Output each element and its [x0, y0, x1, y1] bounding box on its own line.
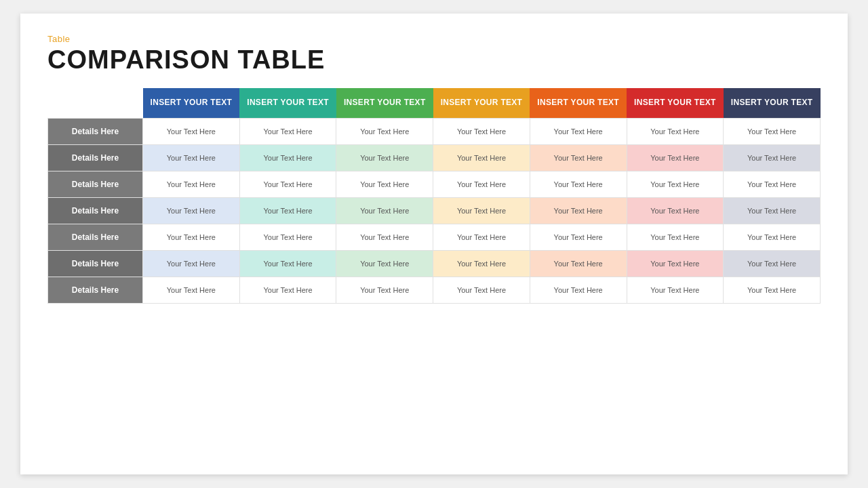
- table-cell: Your Text Here: [239, 118, 336, 144]
- table-header-red: INSERT YOUR TEXT: [627, 88, 724, 118]
- table-cell: Your Text Here: [724, 171, 821, 197]
- table-cell: Your Text Here: [433, 224, 530, 250]
- table-header-blue: INSERT YOUR TEXT: [143, 88, 240, 118]
- comparison-table-wrapper: INSERT YOUR TEXTINSERT YOUR TEXTINSERT Y…: [47, 88, 821, 304]
- row-label: Details Here: [48, 144, 143, 171]
- table-cell: Your Text Here: [530, 144, 627, 171]
- table-cell: Your Text Here: [433, 144, 530, 171]
- table-cell: Your Text Here: [433, 250, 530, 277]
- table-row: Details HereYour Text HereYour Text Here…: [48, 197, 821, 224]
- table-cell: Your Text Here: [724, 277, 821, 303]
- table-header-yellow: INSERT YOUR TEXT: [433, 88, 530, 118]
- table-cell: Your Text Here: [530, 224, 627, 250]
- table-cell: Your Text Here: [143, 144, 240, 171]
- table-cell: Your Text Here: [143, 171, 240, 197]
- row-label: Details Here: [48, 224, 143, 250]
- table-cell: Your Text Here: [336, 118, 433, 144]
- table-cell: Your Text Here: [336, 144, 433, 171]
- table-cell: Your Text Here: [530, 118, 627, 144]
- table-cell: Your Text Here: [627, 171, 724, 197]
- table-cell: Your Text Here: [530, 171, 627, 197]
- table-row: Details HereYour Text HereYour Text Here…: [48, 118, 821, 144]
- row-label: Details Here: [48, 277, 143, 303]
- table-header-row: INSERT YOUR TEXTINSERT YOUR TEXTINSERT Y…: [48, 88, 821, 118]
- table-cell: Your Text Here: [627, 144, 724, 171]
- table-cell: Your Text Here: [627, 197, 724, 224]
- table-cell: Your Text Here: [627, 250, 724, 277]
- comparison-table: INSERT YOUR TEXTINSERT YOUR TEXTINSERT Y…: [47, 88, 821, 304]
- table-row: Details HereYour Text HereYour Text Here…: [48, 171, 821, 197]
- slide: Table COMPARISON TABLE INSERT YOUR TEXTI…: [20, 14, 848, 474]
- row-label: Details Here: [48, 118, 143, 144]
- table-cell: Your Text Here: [433, 197, 530, 224]
- table-cell: Your Text Here: [239, 171, 336, 197]
- table-cell: Your Text Here: [724, 197, 821, 224]
- table-cell: Your Text Here: [239, 224, 336, 250]
- table-row: Details HereYour Text HereYour Text Here…: [48, 144, 821, 171]
- table-header-orange: INSERT YOUR TEXT: [530, 88, 627, 118]
- table-cell: Your Text Here: [336, 277, 433, 303]
- table-cell: Your Text Here: [530, 250, 627, 277]
- table-row: Details HereYour Text HereYour Text Here…: [48, 250, 821, 277]
- table-cell: Your Text Here: [239, 250, 336, 277]
- table-cell: Your Text Here: [143, 277, 240, 303]
- table-cell: Your Text Here: [336, 171, 433, 197]
- table-cell: Your Text Here: [143, 197, 240, 224]
- table-cell: Your Text Here: [627, 118, 724, 144]
- table-cell: Your Text Here: [530, 277, 627, 303]
- table-cell: Your Text Here: [336, 197, 433, 224]
- table-cell: Your Text Here: [433, 277, 530, 303]
- table-cell: Your Text Here: [724, 118, 821, 144]
- page-title: COMPARISON TABLE: [47, 45, 821, 75]
- table-cell: Your Text Here: [143, 250, 240, 277]
- table-cell: Your Text Here: [530, 197, 627, 224]
- row-label: Details Here: [48, 197, 143, 224]
- table-header-teal: INSERT YOUR TEXT: [239, 88, 336, 118]
- table-body: Details HereYour Text HereYour Text Here…: [48, 118, 821, 303]
- row-label: Details Here: [48, 250, 143, 277]
- table-cell: Your Text Here: [627, 277, 724, 303]
- table-cell: Your Text Here: [143, 224, 240, 250]
- table-cell: Your Text Here: [143, 118, 240, 144]
- table-cell: Your Text Here: [627, 224, 724, 250]
- table-cell: Your Text Here: [724, 144, 821, 171]
- table-cell: Your Text Here: [433, 118, 530, 144]
- table-cell: Your Text Here: [239, 277, 336, 303]
- table-row: Details HereYour Text HereYour Text Here…: [48, 277, 821, 303]
- table-header-darkblue: INSERT YOUR TEXT: [724, 88, 821, 118]
- table-header-green: INSERT YOUR TEXT: [336, 88, 433, 118]
- table-row: Details HereYour Text HereYour Text Here…: [48, 224, 821, 250]
- table-cell: Your Text Here: [724, 224, 821, 250]
- slide-label: Table: [47, 34, 821, 44]
- table-cell: Your Text Here: [433, 171, 530, 197]
- table-cell: Your Text Here: [336, 224, 433, 250]
- row-label: Details Here: [48, 171, 143, 197]
- table-header-label: [48, 88, 143, 118]
- table-cell: Your Text Here: [724, 250, 821, 277]
- table-cell: Your Text Here: [239, 197, 336, 224]
- table-cell: Your Text Here: [336, 250, 433, 277]
- table-cell: Your Text Here: [239, 144, 336, 171]
